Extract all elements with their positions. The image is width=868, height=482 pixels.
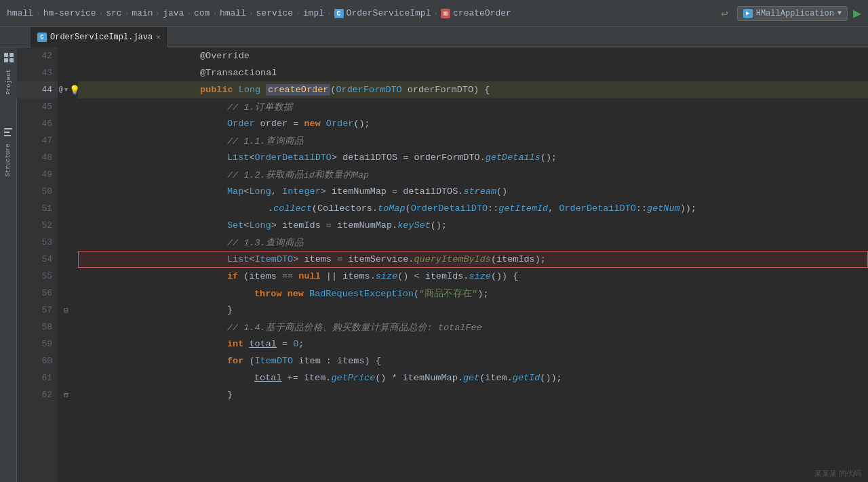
line-44: 44 bbox=[17, 81, 58, 98]
breadcrumb-src[interactable]: src bbox=[106, 8, 121, 18]
gutter-53 bbox=[58, 234, 75, 251]
svg-rect-4 bbox=[4, 128, 12, 129]
code-line-54: List<ItemDTO> items = itemService.queryI… bbox=[78, 251, 868, 268]
breadcrumb: hmall › hm-service › src › main › java ›… bbox=[7, 8, 717, 19]
left-side-panels: Project Structure bbox=[0, 47, 17, 482]
line-45: 45 bbox=[17, 98, 58, 115]
gutter-50 bbox=[58, 183, 75, 200]
gutter-52 bbox=[58, 217, 75, 234]
back-button[interactable]: ↩ bbox=[717, 5, 732, 22]
tab-c-icon: C bbox=[37, 33, 47, 42]
code-line-60: for (ItemDTO item : items) { bbox=[78, 353, 868, 369]
gutter-48 bbox=[58, 149, 75, 166]
line-42: 42 bbox=[17, 47, 58, 64]
code-line-58: // 1.4.基于商品价格、购买数量计算商品总价: totalFee bbox=[78, 319, 868, 336]
gutter-47 bbox=[58, 132, 75, 149]
project-panel-icon[interactable] bbox=[2, 51, 16, 64]
main-area: Project Structure 42 43 44 45 46 47 48 4… bbox=[0, 47, 868, 482]
breadcrumb-hmall2[interactable]: hmall bbox=[220, 8, 246, 18]
code-line-61: total += item.getPrice() * itemNumMap.ge… bbox=[78, 369, 868, 386]
breadcrumb-order-service-impl[interactable]: OrderServiceImpl bbox=[334, 8, 431, 19]
breadcrumb-java[interactable]: java bbox=[163, 8, 184, 18]
breadcrumb-main[interactable]: main bbox=[132, 8, 153, 18]
tab-close-icon[interactable]: ✕ bbox=[156, 33, 161, 41]
breadcrumb-create-order[interactable]: createOrder bbox=[441, 8, 511, 19]
fold-icon-62[interactable]: ⊟ bbox=[64, 390, 68, 399]
gutter-61 bbox=[58, 369, 75, 386]
svg-rect-6 bbox=[4, 135, 11, 136]
code-content[interactable]: @Override @Transactional public Long cre… bbox=[75, 47, 868, 482]
svg-rect-1 bbox=[9, 53, 14, 57]
line-58: 58 bbox=[17, 319, 58, 336]
gutter-43 bbox=[58, 64, 75, 81]
tab-bar: C OrderServiceImpl.java ✕ bbox=[0, 27, 868, 47]
gutter-46 bbox=[58, 115, 75, 132]
line-54: 54 bbox=[17, 251, 58, 268]
gutter-45 bbox=[58, 98, 75, 115]
code-line-57: } bbox=[78, 302, 868, 319]
run-config-chevron: ▼ bbox=[837, 9, 842, 17]
fold-icon-57[interactable]: ⊟ bbox=[64, 306, 68, 315]
breadcrumb-service[interactable]: service bbox=[256, 8, 294, 18]
code-line-45: // 1.订单数据 bbox=[78, 98, 868, 115]
gutter-55 bbox=[58, 268, 75, 285]
run-config-icon: ▶ bbox=[743, 9, 753, 18]
line-53: 53 bbox=[17, 234, 58, 251]
code-line-46: Order order = new Order(); bbox=[78, 115, 868, 132]
line-48: 48 bbox=[17, 149, 58, 166]
line-57: 57 bbox=[17, 302, 58, 319]
code-editor: 42 43 44 45 46 47 48 49 50 51 52 53 54 5… bbox=[17, 47, 868, 482]
watermark: 某某某 的代码 bbox=[814, 468, 861, 479]
code-line-53: // 1.3.查询商品 bbox=[78, 234, 868, 251]
line-47: 47 bbox=[17, 132, 58, 149]
tab-order-service-impl[interactable]: C OrderServiceImpl.java ✕ bbox=[31, 27, 168, 47]
project-label[interactable]: Project bbox=[5, 66, 12, 98]
svg-rect-3 bbox=[9, 58, 14, 62]
gutter-62: ⊟ bbox=[58, 386, 75, 403]
line-55: 55 bbox=[17, 268, 58, 285]
structure-icon bbox=[1, 125, 15, 139]
line-56: 56 bbox=[17, 285, 58, 302]
gutter-51 bbox=[58, 200, 75, 217]
breadcrumb-hm-service[interactable]: hm-service bbox=[43, 8, 96, 18]
run-config-selector[interactable]: ▶ HMallApplication ▼ bbox=[737, 6, 848, 21]
line-61: 61 bbox=[17, 369, 58, 386]
tab-label: OrderServiceImpl.java bbox=[50, 33, 153, 42]
code-line-51: .collect(Collectors.toMap(OrderDetailDTO… bbox=[78, 200, 868, 217]
line-60: 60 bbox=[17, 353, 58, 369]
run-config-label: HMallApplication bbox=[756, 9, 834, 18]
gutter-icons: ↑ @ ▼ 💡 ⊟ bbox=[58, 47, 75, 482]
line-59: 59 bbox=[17, 336, 58, 353]
code-line-52: Set<Long> itemIds = itemNumMap.keySet(); bbox=[78, 217, 868, 234]
gutter-49 bbox=[58, 166, 75, 183]
line-43: 43 bbox=[17, 64, 58, 81]
line-46: 46 bbox=[17, 115, 58, 132]
svg-rect-2 bbox=[4, 58, 8, 62]
gutter-44: ↑ @ ▼ 💡 bbox=[58, 81, 75, 98]
gutter-57: ⊟ bbox=[58, 302, 75, 319]
structure-label[interactable]: Structure bbox=[5, 140, 12, 180]
gutter-56 bbox=[58, 285, 75, 302]
run-button[interactable]: ▶ bbox=[853, 5, 861, 22]
breadcrumb-hmall[interactable]: hmall bbox=[7, 8, 33, 18]
line-numbers-gutter: 42 43 44 45 46 47 48 49 50 51 52 53 54 5… bbox=[17, 47, 58, 482]
structure-panel[interactable]: Structure bbox=[0, 125, 16, 180]
code-area: 42 43 44 45 46 47 48 49 50 51 52 53 54 5… bbox=[17, 47, 868, 482]
code-line-48: List<OrderDetailDTO> detailDTOS = orderF… bbox=[78, 149, 868, 166]
code-line-55: if (items == null || items.size() < item… bbox=[78, 268, 868, 285]
code-line-62: } bbox=[78, 386, 868, 403]
line-50: 50 bbox=[17, 183, 58, 200]
line-52: 52 bbox=[17, 217, 58, 234]
svg-rect-0 bbox=[4, 53, 8, 57]
code-line-47: // 1.1.查询商品 bbox=[78, 132, 868, 149]
gutter-59 bbox=[58, 336, 75, 353]
line-49: 49 bbox=[17, 166, 58, 183]
gutter-58 bbox=[58, 319, 75, 336]
at-icon-44[interactable]: @ bbox=[59, 86, 63, 94]
code-line-42: @Override bbox=[78, 47, 868, 64]
breadcrumb-com[interactable]: com bbox=[194, 8, 210, 18]
code-line-44: public Long createOrder(OrderFormDTO ord… bbox=[78, 81, 868, 98]
top-bar: hmall › hm-service › src › main › java ›… bbox=[0, 0, 868, 27]
code-line-50: Map<Long, Integer> itemNumMap = detailDT… bbox=[78, 183, 868, 200]
breadcrumb-impl[interactable]: impl bbox=[303, 8, 324, 18]
